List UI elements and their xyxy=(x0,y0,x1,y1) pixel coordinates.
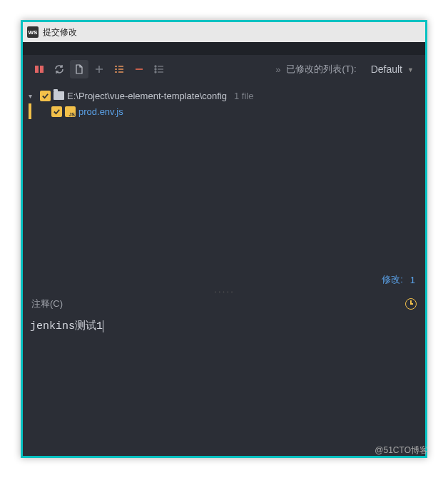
comment-label: 注释(C) xyxy=(31,298,63,310)
changelist-dropdown[interactable]: Default xyxy=(364,61,418,78)
modified-label: 修改: xyxy=(382,273,403,286)
webstorm-logo-icon: WS xyxy=(27,26,39,38)
comment-area: jenkins测试1 xyxy=(23,313,425,456)
chevron-down-icon[interactable]: ▾ xyxy=(29,92,37,100)
bullet-list-icon[interactable] xyxy=(150,60,168,78)
folder-path: E:\Project\vue-element-template\config xyxy=(67,91,227,101)
file-icon[interactable] xyxy=(70,60,88,78)
comment-header: 注释(C) xyxy=(23,295,425,313)
tree-file-row[interactable]: JS prod.env.js xyxy=(29,103,419,119)
text-cursor xyxy=(103,320,103,332)
window-title: 提交修改 xyxy=(43,26,77,39)
modified-count: 1 xyxy=(410,275,415,285)
svg-point-4 xyxy=(155,71,156,73)
file-name: prod.env.js xyxy=(78,106,123,117)
file-checkbox[interactable] xyxy=(51,106,62,117)
list-settings-icon[interactable] xyxy=(110,60,128,78)
folder-icon xyxy=(54,91,64,100)
svg-rect-0 xyxy=(35,66,39,73)
svg-point-2 xyxy=(155,66,156,67)
history-icon[interactable] xyxy=(405,298,417,310)
diff-icon[interactable] xyxy=(30,60,49,78)
titlebar[interactable]: WS 提交修改 xyxy=(23,22,425,42)
add-icon[interactable] xyxy=(90,60,108,78)
changelist-label: 已修改的列表(T): xyxy=(286,63,356,76)
toolbar: » 已修改的列表(T): Default xyxy=(23,55,425,83)
folder-checkbox[interactable] xyxy=(40,91,51,101)
tree-folder-row[interactable]: ▾ E:\Project\vue-element-template\config… xyxy=(29,88,419,103)
status-bar: 修改: 1 xyxy=(23,270,425,289)
remove-icon[interactable] xyxy=(130,60,148,78)
resize-grip[interactable]: • • • • • xyxy=(23,289,425,295)
commit-message-input[interactable]: jenkins测试1 xyxy=(30,320,103,332)
file-count: 1 file xyxy=(234,91,253,101)
svg-rect-1 xyxy=(40,66,44,73)
refresh-icon[interactable] xyxy=(50,60,68,78)
file-tree: ▾ E:\Project\vue-element-template\config… xyxy=(23,83,425,270)
watermark: @51CTO博客 xyxy=(375,444,428,457)
arrows-icon: » xyxy=(275,64,280,75)
commit-dialog: WS 提交修改 » 已修改的列表(T): Default ▾ xyxy=(21,20,427,458)
header-strip xyxy=(23,42,425,55)
change-marker xyxy=(29,103,31,119)
svg-point-3 xyxy=(155,68,156,70)
js-file-icon: JS xyxy=(65,106,76,117)
